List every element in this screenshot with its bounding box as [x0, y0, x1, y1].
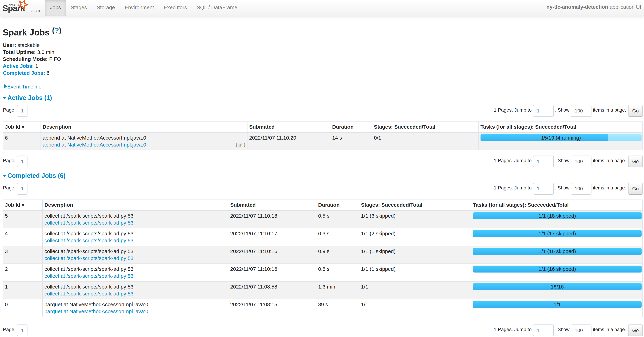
- svg-text:TM: TM: [26, 12, 28, 13]
